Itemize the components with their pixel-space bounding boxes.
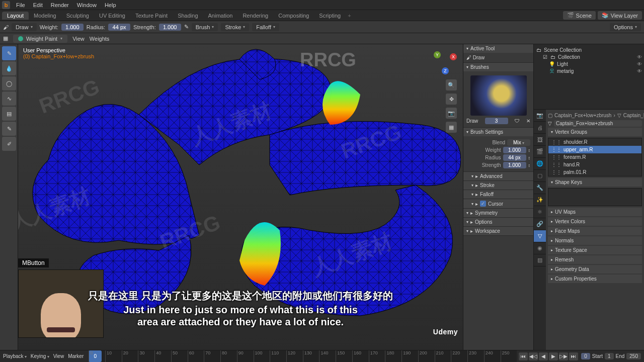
brush-dropdown[interactable]: Brush [192, 23, 218, 31]
nav-gizmo[interactable]: X Y Z [431, 48, 459, 76]
tl-view[interactable]: View [53, 353, 64, 359]
ws-tab-animation[interactable]: Animation [203, 12, 238, 20]
pt-viewlayer-icon[interactable]: 🖼 [534, 134, 546, 146]
gradient-tool[interactable]: ▤ [2, 107, 16, 121]
pt-physics-icon[interactable]: ⚛ [534, 206, 546, 218]
menu-render[interactable]: Render [47, 2, 73, 8]
header-weights[interactable]: Weights [90, 36, 110, 42]
stroke-dropdown[interactable]: Stroke [221, 23, 249, 31]
np-stroke[interactable]: ▸ Stroke [463, 181, 533, 190]
props-section[interactable]: Face Maps [548, 227, 642, 235]
tl-keying[interactable]: Keying [31, 353, 49, 359]
outliner-item[interactable]: 💡Light👁 [536, 60, 642, 67]
pressure-icon[interactable]: ↕ [528, 155, 531, 160]
menu-help[interactable]: Help [101, 2, 120, 8]
pt-modifiers-icon[interactable]: 🔧 [534, 182, 546, 194]
vertex-group-item[interactable]: ⋮⋮forearm.R [548, 153, 641, 161]
vertex-group-item[interactable]: ⋮⋮upper_arm.R [548, 146, 641, 153]
tool-dropdown[interactable]: Draw [12, 23, 37, 31]
np-active-tool[interactable]: Active Tool [463, 44, 533, 53]
pt-scene-icon[interactable]: 🎬 [534, 146, 546, 158]
end-frame[interactable]: 250 [626, 353, 641, 359]
timeline-frames[interactable]: 0 01020304050607080901001101201301401501… [89, 350, 517, 362]
pt-material-icon[interactable]: ◉ [534, 242, 546, 254]
ws-tab-compositing[interactable]: Compositing [273, 12, 314, 20]
np-cursor[interactable]: ▸ ✓Cursor [463, 199, 533, 208]
pt-data-icon[interactable]: ▽ [534, 230, 546, 242]
play-rev-icon[interactable]: ◀ [539, 352, 548, 360]
brush-num[interactable]: 3 [485, 118, 508, 124]
options-dropdown[interactable]: Options [610, 23, 641, 31]
outliner-item[interactable]: 웃metarig👁 [536, 67, 642, 74]
jump-start-icon[interactable]: ⏮ [519, 352, 528, 360]
add-workspace-icon[interactable]: + [348, 13, 351, 19]
vertex-group-item[interactable]: ⋮⋮hand.R [548, 161, 641, 168]
ws-tab-rendering[interactable]: Rendering [237, 12, 273, 20]
current-frame[interactable]: 0 [581, 353, 590, 359]
ws-tab-layout[interactable]: Layout [2, 12, 29, 20]
prev-key-icon[interactable]: ◀◁ [529, 352, 538, 360]
smear-tool[interactable]: ∿ [2, 92, 16, 106]
outliner-scene-collection[interactable]: 🗀Scene Collection [536, 46, 642, 53]
props-section[interactable]: Vertex Colors [548, 217, 642, 226]
props-section[interactable]: Remesh [548, 255, 642, 264]
camera-icon[interactable]: 📷 [446, 108, 457, 119]
ws-tab-scripting[interactable]: Scripting [314, 12, 346, 20]
ws-tab-sculpting[interactable]: Sculpting [61, 12, 94, 20]
ws-tab-texturepaint[interactable]: Texture Paint [130, 12, 173, 20]
pt-constraints-icon[interactable]: 🔗 [534, 218, 546, 230]
np-brush-settings[interactable]: Brush Settings [463, 128, 533, 136]
np-radius-value[interactable]: 44 px [503, 154, 526, 161]
pt-particles-icon[interactable]: ✨ [534, 194, 546, 206]
menu-edit[interactable]: Edit [29, 2, 47, 8]
pressure-icon[interactable]: ↕ [528, 148, 531, 153]
vertex-group-item[interactable]: ⋮⋮palm.01.R [548, 168, 641, 176]
pressure-icon[interactable]: ✎ [184, 24, 189, 30]
tl-marker[interactable]: Marker [68, 353, 84, 359]
persp-icon[interactable]: ▦ [446, 122, 457, 133]
menu-file[interactable]: File [12, 2, 29, 8]
vertex-groups-header[interactable]: Vertex Groups [548, 128, 642, 136]
blend-value[interactable]: Mix [507, 139, 530, 146]
cursor-checkbox[interactable]: ✓ [480, 201, 486, 207]
np-weight-value[interactable]: 1.000 [503, 147, 526, 153]
editor-type-icon[interactable]: ▦ [3, 35, 8, 42]
pressure-icon[interactable]: ↕ [528, 163, 531, 168]
props-section[interactable]: Texture Space [548, 246, 642, 254]
sample-tool[interactable]: ✎ [2, 122, 16, 136]
mode-dropdown[interactable]: Weight Paint [13, 35, 67, 43]
eye-icon[interactable]: 👁 [637, 61, 642, 67]
radius-value[interactable]: 44 px [108, 24, 130, 31]
np-symmetry[interactable]: ▸ Symmetry [463, 209, 533, 217]
move-icon[interactable]: ✥ [446, 94, 457, 105]
unlink-icon[interactable]: ✕ [526, 118, 530, 124]
np-workspace[interactable]: ▸ Workspace [463, 227, 533, 235]
header-view[interactable]: View [72, 36, 85, 42]
brush-preview[interactable] [470, 75, 527, 116]
props-section[interactable]: Normals [548, 236, 642, 245]
pt-world-icon[interactable]: 🌐 [534, 158, 546, 170]
average-tool[interactable]: ◯ [2, 76, 16, 90]
pt-render-icon[interactable]: 📷 [534, 110, 546, 122]
np-strength-value[interactable]: 1.000 [503, 162, 526, 168]
next-key-icon[interactable]: ▷▶ [559, 352, 568, 360]
mesh-name-field[interactable]: Captain_Fox+low+zbrush [554, 120, 642, 127]
ws-tab-modeling[interactable]: Modeling [29, 12, 61, 20]
weight-value[interactable]: 1.000 [61, 24, 84, 31]
props-section[interactable]: UV Maps [548, 208, 642, 216]
np-falloff[interactable]: ▸ Falloff [463, 190, 533, 199]
jump-end-icon[interactable]: ⏭ [569, 352, 578, 360]
outliner-collection[interactable]: ☑🗀Collection👁 [536, 53, 642, 60]
viewport-3d[interactable]: User Perspective (0) Captain_Fox+low+zbr… [18, 44, 463, 350]
pt-object-icon[interactable]: ▢ [534, 170, 546, 182]
props-section[interactable]: Geometry Data [548, 265, 642, 274]
eye-icon[interactable]: 👁 [637, 68, 642, 74]
zoom-icon[interactable]: 🔍 [446, 79, 457, 90]
viewlayer-field[interactable]: 📚View Layer [598, 11, 642, 20]
scene-field[interactable]: 🎬Scene [563, 11, 596, 20]
vertex-group-item[interactable]: ⋮⋮shoulder.R [548, 138, 641, 146]
np-advanced[interactable]: ▸ Advanced [463, 172, 533, 180]
np-options[interactable]: ▸ Options [463, 218, 533, 226]
ws-tab-uvediting[interactable]: UV Editing [94, 12, 130, 20]
shape-keys-header[interactable]: Shape Keys [548, 178, 642, 187]
